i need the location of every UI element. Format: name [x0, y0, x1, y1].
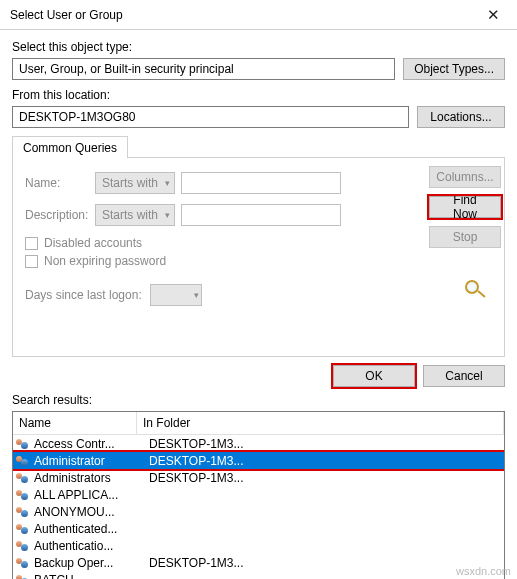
chevron-down-icon: ▾	[194, 290, 199, 300]
name-match-combo[interactable]: Starts with ▾	[95, 172, 175, 194]
table-row[interactable]: BATCH	[13, 571, 504, 579]
row-folder: DESKTOP-1M3...	[141, 454, 243, 468]
object-types-button[interactable]: Object Types...	[403, 58, 505, 80]
watermark: wsxdn.com	[456, 565, 511, 577]
table-row[interactable]: Access Contr...DESKTOP-1M3...	[13, 435, 504, 452]
non-expiring-checkbox[interactable]	[25, 255, 38, 268]
row-folder: DESKTOP-1M3...	[141, 471, 243, 485]
table-row[interactable]: AdministratorDESKTOP-1M3...	[13, 452, 504, 469]
description-match-combo[interactable]: Starts with ▾	[95, 204, 175, 226]
name-match-value: Starts with	[102, 176, 158, 190]
user-group-icon	[15, 471, 31, 485]
results-header: Name In Folder	[13, 412, 504, 435]
row-name: ANONYMOU...	[33, 505, 141, 519]
row-name: Administrator	[33, 454, 141, 468]
location-value: DESKTOP-1M3OG80	[19, 110, 135, 124]
row-name: BATCH	[33, 573, 141, 580]
stop-button[interactable]: Stop	[429, 226, 501, 248]
window-title: Select User or Group	[10, 8, 123, 22]
table-row[interactable]: Authenticatio...	[13, 537, 504, 554]
user-group-icon	[15, 573, 31, 580]
row-name: Backup Oper...	[33, 556, 141, 570]
ok-button[interactable]: OK	[333, 365, 415, 387]
name-input[interactable]	[181, 172, 341, 194]
tab-common-queries[interactable]: Common Queries	[12, 136, 128, 158]
description-label: Description:	[25, 208, 89, 222]
object-type-label: Select this object type:	[12, 40, 505, 54]
user-group-icon	[15, 539, 31, 553]
description-input[interactable]	[181, 204, 341, 226]
user-group-icon	[15, 556, 31, 570]
disabled-accounts-label: Disabled accounts	[44, 236, 142, 250]
column-folder[interactable]: In Folder	[137, 412, 504, 434]
table-row[interactable]: AdministratorsDESKTOP-1M3...	[13, 469, 504, 486]
user-group-icon	[15, 522, 31, 536]
search-results-label: Search results:	[0, 393, 517, 411]
row-name: Authenticatio...	[33, 539, 141, 553]
chevron-down-icon: ▾	[165, 178, 170, 188]
columns-button[interactable]: Columns...	[429, 166, 501, 188]
table-row[interactable]: ANONYMOU...	[13, 503, 504, 520]
location-field[interactable]: DESKTOP-1M3OG80	[12, 106, 409, 128]
row-name: Administrators	[33, 471, 141, 485]
row-name: Access Contr...	[33, 437, 141, 451]
user-group-icon	[15, 505, 31, 519]
object-type-value: User, Group, or Built-in security princi…	[19, 62, 234, 76]
row-name: Authenticated...	[33, 522, 141, 536]
row-folder: DESKTOP-1M3...	[141, 437, 243, 451]
chevron-down-icon: ▾	[165, 210, 170, 220]
row-name: ALL APPLICA...	[33, 488, 141, 502]
days-since-logon-label: Days since last logon:	[25, 288, 142, 302]
user-group-icon	[15, 488, 31, 502]
user-group-icon	[15, 454, 31, 468]
row-folder: DESKTOP-1M3...	[141, 556, 243, 570]
locations-button[interactable]: Locations...	[417, 106, 505, 128]
non-expiring-label: Non expiring password	[44, 254, 166, 268]
table-row[interactable]: ALL APPLICA...	[13, 486, 504, 503]
search-icon	[463, 278, 491, 300]
description-match-value: Starts with	[102, 208, 158, 222]
name-label: Name:	[25, 176, 89, 190]
search-results-list[interactable]: Name In Folder Access Contr...DESKTOP-1M…	[12, 411, 505, 579]
table-row[interactable]: Backup Oper...DESKTOP-1M3...	[13, 554, 504, 571]
column-name[interactable]: Name	[13, 412, 137, 434]
close-icon[interactable]: ✕	[473, 1, 513, 29]
table-row[interactable]: Authenticated...	[13, 520, 504, 537]
find-now-button[interactable]: Find Now	[429, 196, 501, 218]
disabled-accounts-checkbox[interactable]	[25, 237, 38, 250]
days-since-logon-spinner[interactable]: ▾	[150, 284, 202, 306]
object-type-field[interactable]: User, Group, or Built-in security princi…	[12, 58, 395, 80]
cancel-button[interactable]: Cancel	[423, 365, 505, 387]
location-label: From this location:	[12, 88, 505, 102]
user-group-icon	[15, 437, 31, 451]
